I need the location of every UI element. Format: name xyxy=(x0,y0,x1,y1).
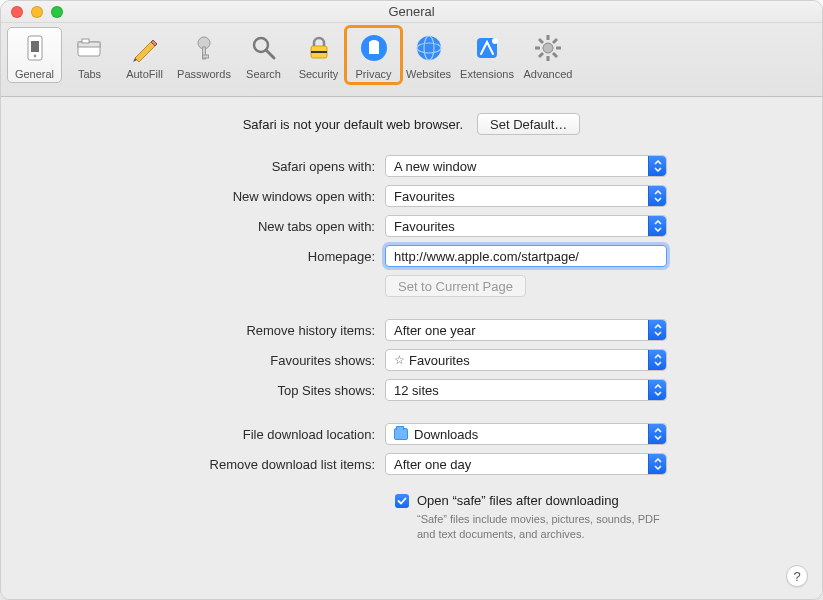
toolbar-tab-label: Privacy xyxy=(355,68,391,80)
zoom-window-button[interactable] xyxy=(51,6,63,18)
toolbar-tab-advanced[interactable]: Advanced xyxy=(518,27,578,83)
label-homepage: Homepage: xyxy=(25,249,385,264)
minimize-window-button[interactable] xyxy=(31,6,43,18)
svg-rect-8 xyxy=(203,55,209,58)
security-icon xyxy=(303,32,335,64)
titlebar: General xyxy=(1,1,822,23)
help-button[interactable]: ? xyxy=(786,565,808,587)
toolbar-tab-label: Advanced xyxy=(524,68,573,80)
toolbar-tab-label: Security xyxy=(299,68,339,80)
set-to-current-page-button[interactable]: Set to Current Page xyxy=(385,275,526,297)
window-controls xyxy=(11,6,63,18)
top-sites-shows-select[interactable]: 12 sites xyxy=(385,379,667,401)
favourites-shows-select[interactable]: ☆ Favourites xyxy=(385,349,667,371)
svg-point-20 xyxy=(543,43,553,53)
toolbar-tab-extensions[interactable]: Extensions xyxy=(456,27,518,83)
toolbar-tab-security[interactable]: Security xyxy=(291,27,346,83)
toolbar-tab-label: Passwords xyxy=(177,68,231,80)
preferences-toolbar: General Tabs AutoFill Passwords Search xyxy=(1,23,822,97)
general-icon xyxy=(19,32,51,64)
svg-point-19 xyxy=(492,38,498,44)
new-tabs-open-with-select[interactable]: Favourites xyxy=(385,215,667,237)
toolbar-tab-label: Extensions xyxy=(460,68,514,80)
label-safari-opens-with: Safari opens with: xyxy=(25,159,385,174)
default-browser-message: Safari is not your default web browser. xyxy=(243,117,463,132)
dropdown-arrows-icon xyxy=(648,454,666,474)
tabs-icon xyxy=(74,32,106,64)
general-pane: Safari is not your default web browser. … xyxy=(1,97,822,599)
privacy-icon xyxy=(358,32,390,64)
label-new-tabs: New tabs open with: xyxy=(25,219,385,234)
window-title: General xyxy=(388,4,434,19)
svg-rect-5 xyxy=(82,39,89,43)
toolbar-tab-privacy[interactable]: Privacy xyxy=(346,27,401,83)
preferences-window: General General Tabs AutoFill Passw xyxy=(0,0,823,600)
websites-icon xyxy=(413,32,445,64)
svg-rect-12 xyxy=(311,51,327,53)
star-icon: ☆ xyxy=(394,353,405,367)
toolbar-tab-label: Websites xyxy=(406,68,451,80)
dropdown-arrows-icon xyxy=(648,350,666,370)
svg-rect-14 xyxy=(369,50,379,54)
dropdown-arrows-icon xyxy=(648,380,666,400)
label-favourites-shows: Favourites shows: xyxy=(25,353,385,368)
file-download-location-select[interactable]: Downloads xyxy=(385,423,667,445)
svg-line-26 xyxy=(553,53,557,57)
svg-line-10 xyxy=(266,50,274,58)
toolbar-tab-passwords[interactable]: Passwords xyxy=(172,27,236,83)
svg-line-28 xyxy=(539,53,543,57)
open-safe-files-help: “Safe” files include movies, pictures, s… xyxy=(417,512,677,542)
toolbar-tab-label: AutoFill xyxy=(126,68,163,80)
dropdown-arrows-icon xyxy=(648,156,666,176)
new-windows-open-with-select[interactable]: Favourites xyxy=(385,185,667,207)
open-safe-files-checkbox[interactable] xyxy=(395,494,409,508)
search-icon xyxy=(248,32,280,64)
remove-download-list-items-select[interactable]: After one day xyxy=(385,453,667,475)
safari-opens-with-select[interactable]: A new window xyxy=(385,155,667,177)
dropdown-arrows-icon xyxy=(648,424,666,444)
toolbar-tab-label: Tabs xyxy=(78,68,101,80)
extensions-icon xyxy=(471,32,503,64)
dropdown-arrows-icon xyxy=(648,186,666,206)
toolbar-tab-label: Search xyxy=(246,68,281,80)
svg-point-15 xyxy=(417,36,441,60)
dropdown-arrows-icon xyxy=(648,320,666,340)
open-safe-files-label: Open “safe” files after downloading xyxy=(417,493,619,508)
toolbar-tab-search[interactable]: Search xyxy=(236,27,291,83)
set-default-button[interactable]: Set Default… xyxy=(477,113,580,135)
folder-icon xyxy=(394,428,408,440)
toolbar-tab-general[interactable]: General xyxy=(7,27,62,83)
label-top-sites: Top Sites shows: xyxy=(25,383,385,398)
svg-line-25 xyxy=(539,39,543,43)
label-remove-downloads: Remove download list items: xyxy=(25,457,385,472)
svg-line-27 xyxy=(553,39,557,43)
toolbar-tab-websites[interactable]: Websites xyxy=(401,27,456,83)
passwords-icon xyxy=(188,32,220,64)
toolbar-tab-autofill[interactable]: AutoFill xyxy=(117,27,172,83)
remove-history-items-select[interactable]: After one year xyxy=(385,319,667,341)
label-download-location: File download location: xyxy=(25,427,385,442)
close-window-button[interactable] xyxy=(11,6,23,18)
svg-rect-1 xyxy=(31,41,39,52)
svg-point-2 xyxy=(33,55,36,58)
autofill-icon xyxy=(129,32,161,64)
dropdown-arrows-icon xyxy=(648,216,666,236)
toolbar-tab-label: General xyxy=(15,68,54,80)
label-remove-history: Remove history items: xyxy=(25,323,385,338)
advanced-icon xyxy=(532,32,564,64)
homepage-input[interactable] xyxy=(385,245,667,267)
toolbar-tab-tabs[interactable]: Tabs xyxy=(62,27,117,83)
label-new-windows: New windows open with: xyxy=(25,189,385,204)
